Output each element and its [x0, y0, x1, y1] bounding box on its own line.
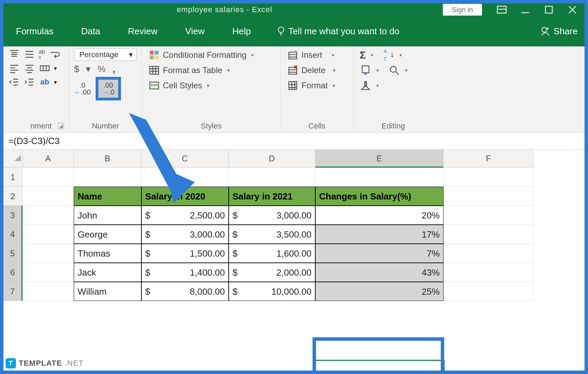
rownum-5[interactable]: 5 — [3, 244, 23, 263]
formula-bar[interactable]: =(D3-C3)/C3 — [3, 133, 585, 150]
align-left-icon[interactable] — [8, 62, 20, 74]
orientation-icon[interactable]: ab — [39, 76, 51, 88]
cell-E3[interactable]: 20% — [315, 206, 444, 225]
fill-button[interactable] — [360, 64, 371, 76]
sort-dropdown-icon[interactable]: ▾ — [400, 52, 402, 58]
cell-F3[interactable] — [444, 206, 534, 225]
cell-E1[interactable] — [315, 168, 444, 187]
decrease-decimal-button[interactable]: .00→.0 — [96, 77, 121, 100]
comma-format-button[interactable]: , — [113, 63, 115, 75]
tab-view[interactable]: View — [180, 23, 210, 39]
close-icon[interactable] — [567, 6, 578, 14]
cell-D5[interactable]: $1,600.00 — [229, 244, 315, 263]
cell-C4[interactable]: $3,000.00 — [141, 225, 229, 244]
cell-B5[interactable]: Thomas — [74, 244, 141, 263]
col-E[interactable]: E — [315, 150, 444, 168]
value: 1,400.00 — [190, 263, 225, 282]
find-button[interactable] — [388, 64, 400, 76]
conditional-formatting-button[interactable]: Conditional Formatting ▾ — [147, 48, 275, 62]
cell-C6[interactable]: $1,400.00 — [141, 263, 229, 282]
cell-F7[interactable] — [444, 282, 534, 301]
cell-A5[interactable] — [23, 244, 74, 263]
cell-A7[interactable] — [23, 282, 74, 301]
cell-E2[interactable]: Changes in Salary(%) — [315, 187, 444, 206]
format-as-table-button[interactable]: Format as Table ▾ — [147, 64, 275, 77]
accounting-dropdown-icon[interactable]: ▾ — [86, 64, 90, 74]
cell-F6[interactable] — [444, 263, 534, 282]
rownum-3[interactable]: 3 — [3, 206, 23, 225]
fill-dropdown-icon[interactable]: ▾ — [376, 68, 379, 73]
cell-A6[interactable] — [23, 263, 74, 282]
cell-D7[interactable]: $10,000.00 — [229, 282, 315, 301]
rownum-1[interactable]: 1 — [3, 168, 23, 187]
cell-D4[interactable]: $3,500.00 — [229, 225, 315, 244]
accounting-format-button[interactable]: $ — [74, 64, 79, 74]
cell-D6[interactable]: $2,000.00 — [229, 263, 315, 282]
cell-E7[interactable]: 25% — [315, 282, 444, 301]
orientation-dropdown-icon[interactable]: ▾ — [54, 79, 57, 86]
cell-A3[interactable] — [23, 206, 74, 225]
wrap-text-button[interactable]: ab c — [39, 49, 45, 60]
signin-button[interactable]: Sign in — [443, 4, 482, 16]
cell-B7[interactable]: William — [74, 282, 141, 301]
tab-data[interactable]: Data — [76, 23, 106, 39]
minimize-icon[interactable] — [519, 6, 531, 14]
number-format-combo[interactable]: Percentage ▾ — [74, 48, 137, 61]
rownum-7[interactable]: 7 — [3, 282, 23, 301]
clear-button[interactable] — [360, 80, 371, 91]
merge-icon[interactable] — [39, 62, 51, 74]
indent-left-icon[interactable] — [8, 76, 20, 88]
cell-F1[interactable] — [444, 168, 534, 187]
autosum-button[interactable]: Σ — [360, 49, 366, 61]
cell-E4[interactable]: 17% — [315, 225, 444, 244]
cell-styles-button[interactable]: Cell Styles ▾ — [147, 79, 275, 92]
cell-F4[interactable] — [444, 225, 534, 244]
cell-C7[interactable]: $8,000.00 — [141, 282, 229, 301]
cell-D1[interactable] — [229, 168, 315, 187]
rownum-6[interactable]: 6 — [3, 263, 23, 282]
clear-dropdown-icon[interactable]: ▾ — [376, 83, 379, 88]
autosum-dropdown-icon[interactable]: ▾ — [371, 52, 373, 58]
sort-filter-button[interactable]: A Z — [383, 49, 395, 61]
col-F[interactable]: F — [444, 150, 534, 168]
cell-C5[interactable]: $1,500.00 — [141, 244, 229, 263]
align-middle-icon[interactable] — [24, 48, 35, 60]
tab-formulas[interactable]: Formulas — [10, 23, 59, 39]
cell-B4[interactable]: George — [74, 225, 141, 244]
cell-D2[interactable]: Salary in 2021 — [229, 187, 315, 206]
tellme-search[interactable]: Tell me what you want to do — [277, 26, 400, 37]
format-button[interactable]: Format ▾ — [286, 79, 348, 92]
cell-B3[interactable]: John — [74, 206, 141, 225]
select-all-corner[interactable] — [3, 150, 23, 168]
alignment-launcher-icon[interactable] — [58, 123, 64, 129]
ribbon-options-icon[interactable] — [496, 6, 508, 14]
col-D[interactable]: D — [229, 150, 315, 168]
tab-review[interactable]: Review — [122, 23, 163, 39]
cell-A2[interactable] — [23, 187, 74, 206]
cell-F2[interactable] — [444, 187, 534, 206]
cell-E5[interactable]: 7% — [315, 244, 444, 263]
rownum-2[interactable]: 2 — [3, 187, 23, 206]
svg-rect-9 — [150, 66, 159, 74]
share-button[interactable]: Share — [541, 26, 578, 37]
rownum-4[interactable]: 4 — [3, 225, 23, 244]
indent-right-icon[interactable] — [24, 76, 35, 88]
find-dropdown-icon[interactable]: ▾ — [405, 68, 407, 73]
col-A[interactable]: A — [23, 150, 74, 168]
align-top-icon[interactable] — [8, 48, 20, 60]
cell-D3[interactable]: $3,000.00 — [229, 206, 315, 225]
align-center-icon[interactable] — [24, 62, 35, 74]
increase-decimal-button[interactable]: .0←.00 — [74, 82, 91, 96]
cell-F5[interactable] — [444, 244, 534, 263]
merge-dropdown-icon[interactable]: ▾ — [54, 65, 57, 72]
cell-B6[interactable]: Jack — [74, 263, 141, 282]
cell-E6[interactable]: 43% — [315, 263, 444, 282]
cell-C3[interactable]: $2,500.00 — [141, 206, 229, 225]
insert-button[interactable]: Insert ▾ — [286, 48, 348, 62]
delete-button[interactable]: Delete ▾ — [286, 64, 348, 77]
tab-help[interactable]: Help — [227, 23, 256, 39]
maximize-icon[interactable] — [543, 6, 555, 14]
percent-format-button[interactable]: % — [97, 64, 105, 74]
cell-A1[interactable] — [23, 168, 74, 187]
cell-A4[interactable] — [23, 225, 74, 244]
